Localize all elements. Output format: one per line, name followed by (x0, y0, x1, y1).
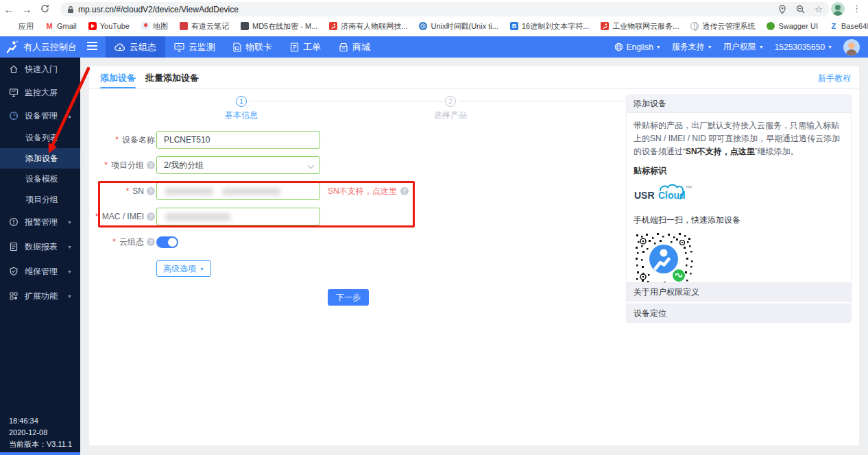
sidebar-item-extensions[interactable]: 扩展功能 ▼ (0, 284, 80, 308)
nav-item-cloud-scada[interactable]: 云组态 (106, 36, 165, 58)
sidebar-item-add-device[interactable]: 添加设备 (0, 148, 80, 169)
nav-item-iot-card[interactable]: 物联卡 (224, 36, 281, 58)
chevron-down-icon: ▼ (759, 45, 764, 49)
bookmark-item[interactable]: YouTube (88, 22, 130, 30)
info-icon[interactable]: ? (147, 187, 155, 195)
bookmark-item[interactable]: MD5在线加密 - M... (241, 21, 317, 32)
mac-imei-label: *MAC / IMEI? (89, 208, 155, 225)
reload-icon[interactable] (36, 3, 53, 15)
project-group-select[interactable]: 2/我的分组 (156, 156, 320, 174)
language-menu[interactable]: English ▼ (614, 42, 660, 52)
z-icon: Z (830, 22, 838, 30)
sidebar-item-data-report[interactable]: 数据报表 ▼ (0, 234, 80, 259)
step-circle-2: 2 (445, 96, 456, 107)
sidebar-item-quick-start[interactable]: 快速入门 (0, 58, 80, 81)
current-time: 18:46:34 (9, 415, 72, 427)
permission-menu[interactable]: 用户权限▼ (723, 41, 764, 53)
svg-text:Cloud: Cloud (658, 190, 686, 201)
tab-add-device[interactable]: 添加设备 (100, 72, 136, 84)
tutorial-link[interactable]: 新手教程 (818, 73, 851, 84)
info-icon[interactable]: ? (147, 161, 155, 169)
step-circle-1: 1 (236, 96, 247, 107)
sidebar-item-device-template[interactable]: 设备模板 (0, 169, 80, 189)
tab-batch-add-device[interactable]: 批量添加设备 (145, 72, 199, 84)
panel-device-location[interactable]: 设备定位 (626, 304, 852, 323)
bookmark-item[interactable]: MGmail (45, 22, 77, 30)
help-panel-body: 带贴标的产品，出厂默认支持接入云服务，只需输入标贴上的SN / IMEI / N… (627, 113, 851, 304)
cloud-icon (114, 42, 125, 51)
nav-item-work-order[interactable]: 工单 (281, 36, 330, 58)
bookmark-item[interactable]: Swagger UI (767, 22, 817, 30)
bookmark-item[interactable]: 地图 (141, 21, 168, 32)
forward-icon[interactable]: → (18, 3, 36, 15)
report-doc-icon (9, 242, 19, 251)
user-avatar[interactable] (843, 39, 860, 56)
bookmark-item[interactable]: 有道云笔记 (180, 21, 229, 32)
bookmark-star-icon[interactable]: ☆ (815, 4, 823, 14)
redacted-value (222, 188, 280, 195)
usr-runner-icon (601, 22, 609, 30)
zoom-out-icon[interactable] (796, 5, 805, 14)
help-panel-header[interactable]: 添加设备 (627, 95, 851, 113)
maps-icon (141, 22, 149, 30)
next-step-button[interactable]: 下一步 (328, 289, 369, 306)
nav-item-mall[interactable]: 商城 (330, 36, 379, 58)
youdao-icon (180, 22, 188, 30)
browser-profile-avatar[interactable] (831, 2, 845, 16)
usr-logo-icon (5, 40, 19, 53)
gmail-icon: M (45, 22, 53, 30)
sidebar-bottom-strip (0, 452, 80, 455)
sidebar-item-device-management[interactable]: 设备管理 ▲ (0, 104, 80, 127)
bookmark-item[interactable]: Unix时间戳(Unix ti... (419, 21, 498, 32)
url-text: mp.usr.cn/#/cloudV2/device/ViewAddDevice (78, 5, 769, 14)
monitor-icon (174, 42, 184, 52)
panel-user-permission[interactable]: 关于用户权限定义 (626, 282, 852, 302)
apps-grid-icon (9, 291, 19, 301)
info-icon[interactable]: ? (400, 187, 409, 195)
sidebar-item-project-group[interactable]: 项目分组 (0, 189, 80, 210)
advanced-options-button[interactable]: 高级选项▼ (156, 260, 211, 277)
address-bar[interactable]: mp.usr.cn/#/cloudV2/device/ViewAddDevice… (60, 2, 830, 16)
sidebar-item-device-list[interactable]: 设备列表 (0, 127, 80, 148)
bookmark-item[interactable]: 应用 (7, 21, 34, 32)
bookmark-item[interactable]: ZBase64编码转换工... (830, 21, 868, 32)
globe-icon (690, 22, 699, 30)
bookmark-item[interactable]: B16进制到文本字符... (510, 21, 589, 32)
add-device-card: 添加设备 批量添加设备 新手教程 1 2 3 基本信息 选择产品 接入上云 *设… (89, 66, 859, 445)
send-to-device-icon[interactable] (778, 5, 786, 14)
sn-not-supported-link[interactable]: SN不支持，点这里? (328, 182, 409, 200)
bookmark-item[interactable]: 济南有人物联网技... (329, 21, 407, 32)
sn-label: *SN? (89, 182, 155, 200)
device-gauge-icon (9, 111, 19, 121)
mac-imei-input[interactable] (156, 208, 320, 225)
sidebar-item-maintenance[interactable]: 维保管理 ▼ (0, 259, 80, 284)
lock-icon (67, 5, 74, 14)
current-date: 2020-12-08 (9, 427, 72, 439)
info-icon[interactable]: ? (147, 238, 155, 246)
sidebar-item-monitor-screen[interactable]: 监控大屏 (0, 81, 80, 104)
browser-menu-icon[interactable]: ⋮ (852, 3, 861, 14)
back-icon[interactable]: ← (0, 3, 18, 15)
chevron-down-icon: ▼ (67, 245, 72, 249)
support-menu[interactable]: 服务支持▼ (672, 41, 712, 53)
bookmark-item[interactable]: 工业物联网云服务... (601, 21, 679, 32)
sn-input[interactable] (156, 182, 320, 200)
main-content: 添加设备 批量添加设备 新手教程 1 2 3 基本信息 选择产品 接入上云 *设… (80, 58, 868, 455)
language-globe-icon (614, 42, 623, 51)
bookmark-item[interactable]: 透传云管理系统 (690, 21, 755, 32)
device-name-input[interactable] (156, 131, 320, 149)
info-icon[interactable]: ? (147, 212, 155, 221)
step-label-select-product: 选择产品 (423, 110, 478, 121)
device-name-label: *设备名称 (89, 131, 155, 149)
alarm-bell-icon (9, 217, 19, 227)
sim-card-icon (233, 42, 241, 52)
usr-cloud-logo: USR Cloud TM (634, 182, 844, 207)
nav-item-cloud-monitor[interactable]: 云监测 (165, 36, 224, 58)
tab-divider (89, 88, 859, 89)
project-group-label: *项目分组? (89, 156, 155, 174)
sidebar-item-alarm-management[interactable]: 报警管理 ▼ (0, 210, 80, 234)
collapse-menu-icon[interactable] (87, 42, 97, 52)
cloud-scada-toggle[interactable] (156, 236, 178, 248)
usr-runner-icon (329, 22, 337, 30)
account-menu[interactable]: 15253035650▼ (775, 42, 832, 52)
